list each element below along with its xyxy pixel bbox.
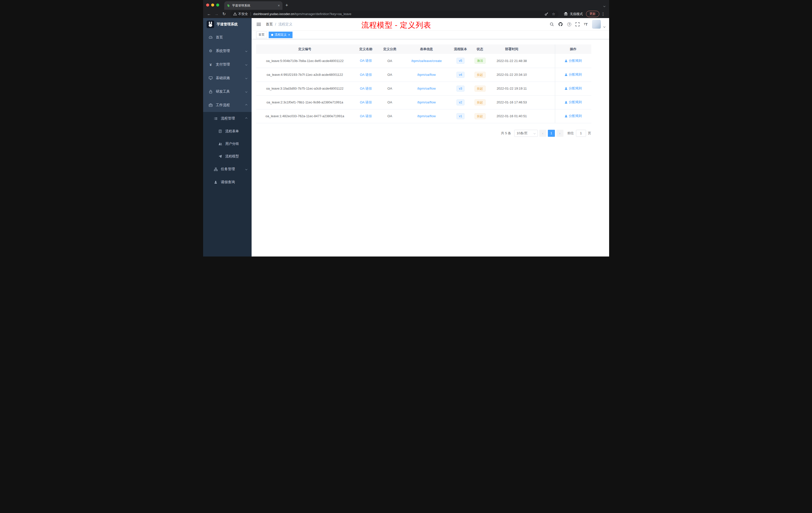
assign-rule-link[interactable]: 分配规则	[564, 100, 582, 104]
chevron-down-icon	[245, 50, 247, 52]
sidebar-item-home[interactable]: 首页	[203, 31, 252, 44]
table-row: oa_leave:5:004b710b-7b8a-11ec-8ef0-acde4…	[256, 54, 591, 68]
sidebar-item-infrastructure[interactable]: 基础设施	[203, 71, 252, 85]
tab-favicon	[227, 4, 230, 7]
form-info-link[interactable]: /bpm/oa/flow	[417, 87, 436, 90]
security-chip[interactable]: 不安全	[233, 12, 248, 16]
chevron-down-icon	[245, 63, 247, 65]
sidebar-item-task-management[interactable]: 任务管理	[203, 163, 252, 176]
process-list-icon	[214, 117, 218, 120]
help-icon[interactable]: ?	[567, 22, 571, 26]
password-key-icon[interactable]	[545, 12, 548, 16]
page-unit-label: 页	[588, 131, 591, 135]
fullscreen-icon[interactable]	[576, 22, 580, 26]
chevron-up-icon	[245, 104, 247, 106]
cell-deploy-time: 2022-01-22 20:34:10	[490, 68, 533, 82]
sidebar-collapse-button[interactable]	[256, 22, 262, 27]
tag-close-icon[interactable]: ×	[288, 33, 290, 36]
form-info-link[interactable]: /bpm/oa/leave/create	[411, 59, 442, 63]
table-row: oa_leave:2:3c1f0ef1-76b1-11ec-9c66-a2380…	[256, 95, 591, 109]
cell-definition-id: oa_leave:1:482ec033-762a-11ec-8477-a2380…	[256, 109, 354, 123]
sidebar-item-payment[interactable]: ¥ 支付管理	[203, 58, 252, 71]
page-title-annotation: 流程模型 - 定义列表	[361, 20, 431, 30]
page-size-select[interactable]: 10条/页	[514, 130, 538, 137]
breadcrumb-home[interactable]: 首页	[266, 22, 273, 27]
user-group-icon	[218, 142, 223, 146]
avatar-dropdown-caret-icon[interactable]	[604, 24, 605, 28]
version-tag: v4	[457, 72, 465, 78]
column-header-filler	[533, 44, 555, 54]
tag-process-definition[interactable]: 流程定义 ×	[269, 32, 293, 38]
logo-image	[207, 21, 214, 28]
assign-rule-link[interactable]: 分配规则	[564, 72, 582, 77]
status-tag: 挂起	[474, 86, 486, 92]
sidebar-item-leave-query[interactable]: 请假查询	[203, 176, 252, 189]
definition-name-link[interactable]: OA 请假	[360, 114, 372, 118]
workflow-icon	[209, 103, 213, 107]
bookmark-star-icon[interactable]: ☆	[552, 12, 555, 16]
close-window-button[interactable]	[206, 3, 209, 6]
address-bar[interactable]: 不安全 dashboard.yudao.iocoder.cn/bpm/manag…	[230, 10, 558, 18]
url-host: dashboard.yudao.iocoder.cn	[253, 12, 294, 16]
reload-icon[interactable]: ↻	[221, 10, 228, 18]
form-info-link[interactable]: /bpm/oa/flow	[417, 100, 436, 104]
assign-rule-link[interactable]: 分配规则	[564, 58, 582, 63]
assign-rule-link[interactable]: 分配规则	[564, 86, 582, 91]
table-row: oa_leave:1:482ec033-762a-11ec-8477-a2380…	[256, 109, 591, 123]
dashboard-icon	[209, 35, 213, 39]
tag-home[interactable]: 首页	[256, 32, 267, 38]
definition-name-link[interactable]: OA 请假	[360, 59, 372, 62]
status-tag: 激活	[474, 58, 486, 64]
column-header-form: 表单信息	[402, 44, 452, 54]
column-header-status: 状态	[470, 44, 490, 54]
github-icon[interactable]	[558, 22, 563, 27]
browser-menu-icon[interactable]: ⋮	[600, 12, 607, 16]
avatar[interactable]	[592, 20, 601, 29]
definition-name-link[interactable]: OA 请假	[360, 73, 372, 77]
new-tab-button[interactable]: +	[286, 2, 288, 8]
prev-page-button[interactable]: ‹	[539, 130, 546, 137]
browser-update-button[interactable]: 更新	[586, 11, 599, 17]
table-header-row: 定义编号 定义名称 定义分类 表单信息 流程版本 状态 部署时间 操作	[256, 44, 591, 54]
tab-search-icon[interactable]	[604, 3, 605, 8]
goto-page-input[interactable]	[576, 130, 586, 137]
yen-icon: ¥	[209, 62, 213, 67]
browser-tab[interactable]: 芋道管理系统 ×	[224, 1, 283, 10]
cell-category: OA	[378, 54, 402, 68]
sidebar-item-user-group[interactable]: 用户分组	[203, 138, 252, 150]
sidebar-item-workflow[interactable]: 工作流程	[203, 98, 252, 112]
minimize-window-button[interactable]	[211, 3, 214, 6]
cell-category: OA	[378, 95, 402, 109]
sidebar-item-process-form[interactable]: 流程表单	[203, 125, 252, 138]
next-page-button[interactable]: ›	[556, 130, 563, 137]
form-info-link[interactable]: /bpm/oa/flow	[417, 114, 436, 118]
definition-name-link[interactable]: OA 请假	[360, 100, 372, 104]
search-icon[interactable]	[550, 22, 554, 26]
assign-rule-link[interactable]: 分配规则	[564, 114, 582, 118]
tab-close-icon[interactable]: ×	[278, 4, 280, 7]
page-number-button[interactable]: 1	[548, 130, 555, 137]
sidebar-item-process-management[interactable]: 流程管理	[203, 112, 252, 125]
zoom-window-button[interactable]	[216, 3, 219, 6]
chevron-down-icon	[245, 91, 247, 93]
sidebar-item-process-model[interactable]: 流程模型	[203, 150, 252, 163]
form-info-link[interactable]: /bpm/oa/flow	[417, 73, 436, 77]
column-header-category: 定义分类	[378, 44, 402, 54]
status-tag: 挂起	[474, 113, 486, 119]
infrastructure-icon	[209, 76, 213, 80]
definition-name-link[interactable]: OA 请假	[360, 87, 372, 90]
sidebar: 芋道管理系统 首页 ⚙ 系统管理 ¥ 支付管理	[203, 18, 252, 256]
sidebar-item-system[interactable]: ⚙ 系统管理	[203, 44, 252, 58]
font-size-icon[interactable]: TT	[584, 22, 587, 26]
version-tag: v3	[457, 86, 465, 92]
breadcrumb-current: 流程定义	[278, 22, 292, 27]
back-icon[interactable]: ←	[206, 10, 213, 18]
tab-title: 芋道管理系统	[232, 3, 276, 8]
cell-deploy-time: 2022-01-22 19:19:11	[490, 82, 533, 95]
breadcrumb: 首页 / 流程定义	[266, 22, 292, 27]
forward-icon[interactable]: →	[213, 10, 220, 18]
incognito-badge: 无痕模式	[563, 12, 583, 16]
sidebar-logo[interactable]: 芋道管理系统	[203, 18, 252, 31]
sidebar-item-devtools[interactable]: 研发工具	[203, 85, 252, 98]
tool-icon	[209, 90, 213, 94]
